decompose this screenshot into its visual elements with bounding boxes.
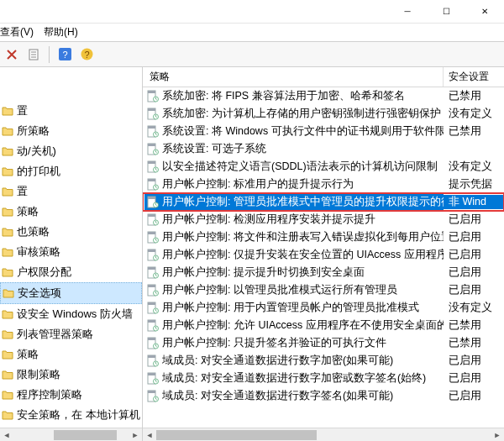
tree-item[interactable]: 置	[0, 181, 142, 202]
policy-item-icon	[146, 337, 159, 349]
list-row[interactable]: 系统加密: 为计算机上存储的用户密钥强制进行强密钥保护没有定义	[143, 105, 504, 123]
folder-icon	[2, 328, 13, 340]
list-header: 策略 安全设置	[143, 67, 504, 87]
tree-item-label: 策略	[17, 204, 39, 219]
list-row[interactable]: 域成员: 对安全通道数据进行数字签名(如果可能)已启用	[143, 387, 504, 405]
list-row[interactable]: 用户帐户控制: 管理员批准模式中管理员的提升权限提示的行为非 Wind	[143, 193, 504, 211]
list-row[interactable]: 域成员: 对安全通道数据进行数字加密(如果可能)已启用	[143, 352, 504, 370]
minimize-button[interactable]: ─	[388, 0, 427, 24]
properties-icon[interactable]	[25, 46, 42, 63]
left-horizontal-scrollbar[interactable]: ◄ ►	[0, 428, 142, 441]
list-row[interactable]: 用户帐户控制: 以管理员批准模式运行所有管理员已启用	[143, 281, 504, 299]
help-yellow-icon[interactable]: ?	[78, 46, 95, 63]
folder-icon	[2, 369, 13, 381]
delete-icon[interactable]	[3, 46, 20, 63]
tree-item[interactable]: 审核策略	[0, 242, 142, 262]
policy-item-icon	[146, 390, 159, 402]
column-header-policy[interactable]: 策略	[143, 67, 444, 87]
policy-label: 系统加密: 为计算机上存储的用户密钥强制进行强密钥保护	[162, 107, 441, 121]
list-row[interactable]: 用户帐户控制: 只提升签名并验证的可执行文件已禁用	[143, 334, 504, 352]
tree-item[interactable]: 安全策略，在 本地计算机	[0, 405, 142, 425]
list-row[interactable]: 用户帐户控制: 检测应用程序安装并提示提升已启用	[143, 211, 504, 228]
setting-cell: 没有定义	[444, 301, 504, 315]
list-row[interactable]: 用户帐户控制: 将文件和注册表写入错误虚拟化到每用户位置已启用	[143, 228, 504, 246]
tree-item[interactable]: 程序控制策略	[0, 385, 142, 405]
list-row[interactable]: 用户帐户控制: 提示提升时切换到安全桌面已启用	[143, 264, 504, 281]
setting-cell: 非 Wind	[444, 195, 504, 209]
list-row[interactable]: 用户帐户控制: 仅提升安装在安全位置的 UIAccess 应用程序已启用	[143, 246, 504, 264]
policy-label: 用户帐户控制: 允许 UIAccess 应用程序在不使用安全桌面的情况...	[162, 318, 444, 333]
svg-rect-18	[148, 144, 155, 146]
help-blue-icon[interactable]: ?	[56, 46, 73, 63]
tree-item[interactable]: 策略	[0, 202, 142, 222]
list-row[interactable]: 域成员: 对安全通道数据进行数字加密或数字签名(始终)已启用	[143, 370, 504, 387]
column-header-setting[interactable]: 安全设置	[444, 67, 504, 87]
list-body: 系统加密: 将 FIPS 兼容算法用于加密、哈希和签名已禁用系统加密: 为计算机…	[143, 87, 504, 428]
policy-cell: 用户帐户控制: 用于内置管理员帐户的管理员批准模式	[146, 301, 444, 315]
tree-item-label: 置	[17, 184, 28, 199]
policy-item-icon	[146, 231, 159, 244]
scroll-thumb[interactable]	[54, 430, 117, 440]
policy-cell: 用户帐户控制: 检测应用程序安装并提示提升	[146, 213, 444, 227]
tree-item[interactable]: 列表管理器策略	[0, 324, 142, 344]
policy-cell: 域成员: 对安全通道数据进行数字加密(如果可能)	[146, 354, 444, 368]
svg-rect-27	[148, 197, 155, 199]
setting-cell: 没有定义	[444, 107, 504, 121]
policy-label: 域成员: 对安全通道数据进行数字加密(如果可能)	[162, 354, 393, 368]
scroll-track[interactable]	[13, 428, 129, 442]
svg-rect-36	[148, 249, 155, 252]
close-button[interactable]: ✕	[465, 0, 504, 24]
folder-icon	[2, 349, 13, 360]
window-titlebar: ─ ☐ ✕	[0, 0, 504, 24]
setting-cell: 已禁用	[444, 336, 504, 350]
tree-item[interactable]: 设安全 Windows 防火墙	[0, 304, 142, 324]
policy-label: 用户帐户控制: 将文件和注册表写入错误虚拟化到每用户位置	[162, 230, 444, 244]
policy-cell: 系统设置: 将 Windows 可执行文件中的证书规则用于软件限制策...	[146, 124, 444, 139]
policy-cell: 域成员: 对安全通道数据进行数字加密或数字签名(始终)	[146, 371, 444, 386]
list-row[interactable]: 系统加密: 将 FIPS 兼容算法用于加密、哈希和签名已禁用	[143, 87, 504, 105]
scroll-right-icon[interactable]: ►	[491, 428, 504, 442]
scroll-left-icon[interactable]: ◄	[0, 428, 13, 442]
tree-item[interactable]: 策略	[0, 344, 142, 365]
scroll-left-icon[interactable]: ◄	[143, 428, 156, 442]
list-row[interactable]: 系统设置: 可选子系统	[143, 140, 504, 158]
scroll-track[interactable]	[156, 428, 491, 442]
folder-icon	[2, 389, 13, 401]
policy-cell: 用户帐户控制: 允许 UIAccess 应用程序在不使用安全桌面的情况...	[146, 318, 444, 333]
policy-label: 用户帐户控制: 提示提升时切换到安全桌面	[162, 265, 365, 280]
svg-rect-42	[148, 285, 155, 287]
policy-cell: 用户帐户控制: 将文件和注册表写入错误虚拟化到每用户位置	[146, 230, 444, 244]
scroll-right-icon[interactable]: ►	[129, 428, 142, 442]
right-horizontal-scrollbar[interactable]: ◄ ►	[143, 428, 504, 441]
list-row[interactable]: 用户帐户控制: 用于内置管理员帐户的管理员批准模式没有定义	[143, 299, 504, 317]
menu-help[interactable]: 帮助(H)	[44, 25, 78, 39]
list-row[interactable]: 用户帐户控制: 标准用户的提升提示行为提示凭据	[143, 176, 504, 193]
svg-rect-45	[148, 302, 155, 305]
tree-item[interactable]: 户权限分配	[0, 262, 142, 282]
scroll-thumb[interactable]	[156, 430, 317, 440]
tree-item[interactable]: 也策略	[0, 222, 142, 242]
list-row[interactable]: 用户帐户控制: 允许 UIAccess 应用程序在不使用安全桌面的情况...已禁…	[143, 317, 504, 334]
list-row[interactable]: 系统设置: 将 Windows 可执行文件中的证书规则用于软件限制策...已禁用	[143, 123, 504, 140]
tree-item[interactable]: 所策略	[0, 121, 142, 141]
svg-text:?: ?	[84, 50, 89, 60]
tree-item-label: 的打印机	[17, 164, 60, 179]
policy-item-icon	[146, 160, 159, 173]
folder-icon	[2, 186, 13, 197]
menu-view[interactable]: 查看(V)	[0, 25, 34, 39]
folder-icon	[2, 308, 13, 320]
svg-rect-30	[148, 214, 155, 217]
maximize-button[interactable]: ☐	[427, 0, 465, 24]
tree-item[interactable]: 置	[0, 101, 142, 121]
tree-item[interactable]: 限制策略	[0, 365, 142, 385]
policy-label: 域成员: 对安全通道数据进行数字签名(如果可能)	[162, 389, 393, 403]
list-row[interactable]: 以安全描述符定义语言(SDDL)语法表示的计算机访问限制没有定义	[143, 158, 504, 176]
setting-cell: 已启用	[444, 283, 504, 297]
folder-icon	[2, 246, 13, 258]
policy-cell: 系统加密: 为计算机上存储的用户密钥强制进行强密钥保护	[146, 107, 444, 121]
tree-item[interactable]: 安全选项	[0, 282, 142, 304]
tree-item[interactable]: 的打印机	[0, 161, 142, 181]
tree-item[interactable]: 动/关机)	[0, 141, 142, 161]
tree-item-label: 列表管理器策略	[17, 327, 93, 342]
toolbar: ? ?	[0, 42, 504, 67]
